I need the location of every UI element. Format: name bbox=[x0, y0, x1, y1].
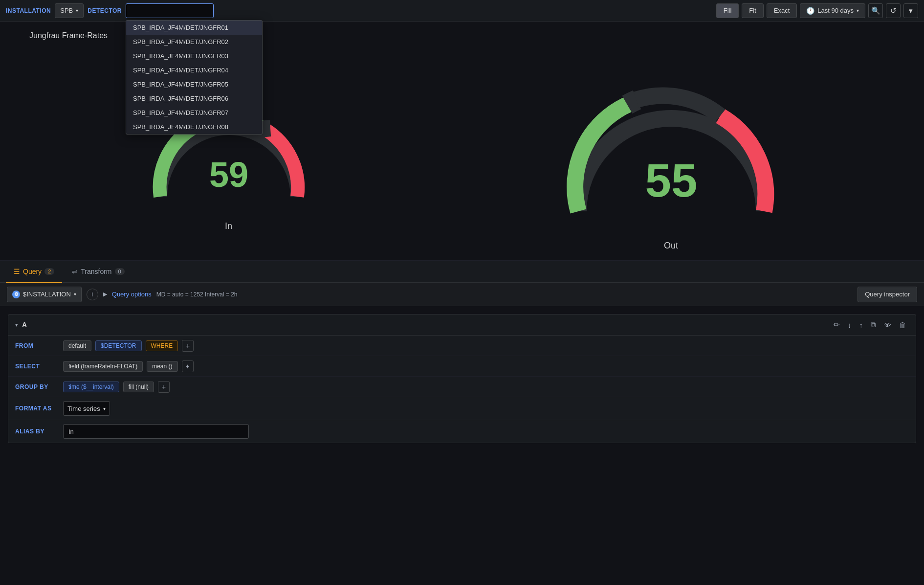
detector-input[interactable] bbox=[126, 3, 214, 18]
more-button[interactable]: ▾ bbox=[903, 3, 918, 18]
move-up-button[interactable]: ↑ bbox=[857, 320, 866, 330]
from-add-button[interactable]: + bbox=[182, 340, 194, 352]
toggle-visibility-button[interactable]: 👁 bbox=[881, 320, 894, 330]
dropdown-item-0[interactable]: SPB_IRDA_JF4M/DET/JNGFR01 bbox=[126, 21, 262, 35]
gauge-out-wrapper: 55 Out bbox=[564, 60, 779, 251]
gauge-out-label: Out bbox=[664, 241, 678, 251]
query-options-arrow[interactable]: ▶ bbox=[103, 291, 107, 297]
copy-icon: ⧉ bbox=[871, 320, 876, 329]
select-add-button[interactable]: + bbox=[182, 360, 194, 372]
datasource-icon: ⚙ bbox=[12, 291, 20, 298]
from-default-tag[interactable]: default bbox=[63, 340, 91, 351]
format-as-label: FORMAT AS bbox=[15, 405, 59, 412]
query-bar: ⚙ $INSTALLATION ▾ i ▶ Query options MD =… bbox=[0, 283, 924, 306]
format-as-select[interactable]: Time series ▾ bbox=[63, 401, 110, 416]
fill-button[interactable]: Fill bbox=[716, 3, 739, 18]
exact-button[interactable]: Exact bbox=[767, 3, 797, 18]
edit-query-button[interactable]: ✏ bbox=[831, 319, 842, 330]
clock-icon: 🕐 bbox=[806, 7, 814, 15]
dropdown-item-1[interactable]: SPB_IRDA_JF4M/DET/JNGFR02 bbox=[126, 35, 262, 49]
zoom-icon: 🔍 bbox=[871, 6, 880, 15]
refresh-button[interactable]: ↺ bbox=[886, 3, 901, 18]
format-as-chevron-icon: ▾ bbox=[103, 406, 106, 411]
info-button[interactable]: i bbox=[87, 289, 98, 300]
top-bar-right: Fill Fit Exact 🕐 Last 90 days ▾ 🔍 ↺ ▾ bbox=[716, 3, 918, 18]
detector-dropdown-menu: SPB_IRDA_JF4M/DET/JNGFR01 SPB_IRDA_JF4M/… bbox=[126, 20, 263, 135]
from-detector-tag[interactable]: $DETECTOR bbox=[95, 340, 141, 351]
query-options-link[interactable]: Query options bbox=[112, 291, 152, 298]
gauge-out-svg: 55 bbox=[564, 60, 779, 236]
spb-dropdown[interactable]: SPB ▾ bbox=[55, 3, 84, 18]
top-bar-left: INSTALLATION SPB ▾ DETECTOR SPB_IRDA_JF4… bbox=[6, 3, 712, 18]
delete-query-button[interactable]: 🗑 bbox=[897, 320, 909, 330]
group-by-label: GROUP BY bbox=[15, 383, 59, 390]
move-down-button[interactable]: ↓ bbox=[845, 320, 854, 330]
from-label: FROM bbox=[15, 342, 59, 349]
datasource-chevron-icon: ▾ bbox=[74, 292, 76, 297]
group-by-row: GROUP BY time ($__interval) fill (null) … bbox=[8, 377, 916, 397]
group-by-fill-tag[interactable]: fill (null) bbox=[123, 382, 154, 392]
time-range-chevron-icon: ▾ bbox=[857, 8, 859, 13]
detector-dropdown-container: SPB_IRDA_JF4M/DET/JNGFR01 SPB_IRDA_JF4M/… bbox=[126, 3, 214, 18]
from-row: FROM default $DETECTOR WHERE + bbox=[8, 336, 916, 356]
query-inspector-button[interactable]: Query inspector bbox=[858, 287, 917, 302]
query-block-a: ▾ A ✏ ↓ ↑ ⧉ 👁 🗑 bbox=[8, 314, 916, 443]
more-icon: ▾ bbox=[909, 6, 913, 15]
delete-icon: 🗑 bbox=[899, 321, 906, 329]
spb-label: SPB bbox=[60, 7, 73, 14]
dropdown-item-2[interactable]: SPB_IRDA_JF4M/DET/JNGFR03 bbox=[126, 49, 262, 63]
refresh-icon: ↺ bbox=[890, 6, 897, 15]
installation-label: INSTALLATION bbox=[6, 7, 51, 14]
tab-transform[interactable]: ⇌ Transform 0 bbox=[64, 261, 132, 283]
alias-by-label: ALIAS BY bbox=[15, 428, 59, 435]
dropdown-item-3[interactable]: SPB_IRDA_JF4M/DET/JNGFR04 bbox=[126, 63, 262, 77]
format-as-row: FORMAT AS Time series ▾ bbox=[8, 397, 916, 420]
gauge-in-label: In bbox=[225, 221, 232, 231]
zoom-button[interactable]: 🔍 bbox=[868, 3, 883, 18]
fit-button[interactable]: Fit bbox=[742, 3, 763, 18]
time-range-label: Last 90 days bbox=[817, 7, 854, 14]
time-range-button[interactable]: 🕐 Last 90 days ▾ bbox=[800, 3, 865, 18]
arrow-down-icon: ↓ bbox=[848, 321, 852, 329]
tab-query[interactable]: ☰ Query 2 bbox=[6, 261, 62, 283]
query-tab-label: Query bbox=[23, 268, 42, 275]
dropdown-item-4[interactable]: SPB_IRDA_JF4M/DET/JNGFR05 bbox=[126, 77, 262, 91]
svg-text:59: 59 bbox=[209, 155, 248, 194]
query-actions: ✏ ↓ ↑ ⧉ 👁 🗑 bbox=[831, 319, 909, 330]
dropdown-item-7[interactable]: SPB_IRDA_JF4M/DET/JNGFR08 bbox=[126, 120, 262, 134]
eye-icon: 👁 bbox=[884, 321, 891, 329]
query-block-name: A bbox=[22, 321, 27, 329]
datasource-selector[interactable]: ⚙ $INSTALLATION ▾ bbox=[7, 287, 82, 302]
query-block-header: ▾ A ✏ ↓ ↑ ⧉ 👁 🗑 bbox=[8, 315, 916, 336]
transform-tab-badge: 0 bbox=[115, 268, 125, 275]
edit-icon: ✏ bbox=[834, 320, 840, 329]
top-bar: INSTALLATION SPB ▾ DETECTOR SPB_IRDA_JF4… bbox=[0, 0, 924, 22]
from-where-tag[interactable]: WHERE bbox=[146, 340, 178, 351]
transform-tab-label: Transform bbox=[81, 268, 111, 275]
info-icon: i bbox=[91, 291, 93, 298]
datasource-label: $INSTALLATION bbox=[23, 291, 71, 298]
select-label: SELECT bbox=[15, 363, 59, 370]
dropdown-item-5[interactable]: SPB_IRDA_JF4M/DET/JNGFR06 bbox=[126, 91, 262, 106]
select-field-tag[interactable]: field (frameRateIn-FLOAT) bbox=[63, 361, 143, 372]
query-meta: MD = auto = 1252 Interval = 2h bbox=[156, 291, 238, 298]
spb-chevron-icon: ▾ bbox=[76, 8, 78, 13]
chart-title: Jungfrau Frame-Rates bbox=[29, 31, 108, 40]
group-by-add-button[interactable]: + bbox=[158, 381, 170, 393]
alias-by-input[interactable] bbox=[63, 424, 249, 439]
dropdown-item-6[interactable]: SPB_IRDA_JF4M/DET/JNGFR07 bbox=[126, 106, 262, 120]
select-func-tag[interactable]: mean () bbox=[147, 361, 177, 372]
transform-tab-icon: ⇌ bbox=[72, 268, 78, 275]
svg-text:55: 55 bbox=[645, 154, 697, 206]
collapse-arrow-icon[interactable]: ▾ bbox=[15, 322, 18, 328]
query-tab-badge: 2 bbox=[44, 268, 54, 275]
tabs-bar: ☰ Query 2 ⇌ Transform 0 bbox=[0, 261, 924, 283]
duplicate-query-button[interactable]: ⧉ bbox=[868, 319, 879, 330]
query-tab-icon: ☰ bbox=[14, 268, 20, 275]
select-row: SELECT field (frameRateIn-FLOAT) mean ()… bbox=[8, 356, 916, 377]
detector-label: DETECTOR bbox=[88, 7, 122, 14]
arrow-up-icon: ↑ bbox=[859, 321, 863, 329]
group-by-time-tag[interactable]: time ($__interval) bbox=[63, 382, 119, 392]
alias-by-row: ALIAS BY bbox=[8, 420, 916, 443]
bottom-panel: ☰ Query 2 ⇌ Transform 0 ⚙ $INSTALLATION … bbox=[0, 261, 924, 443]
